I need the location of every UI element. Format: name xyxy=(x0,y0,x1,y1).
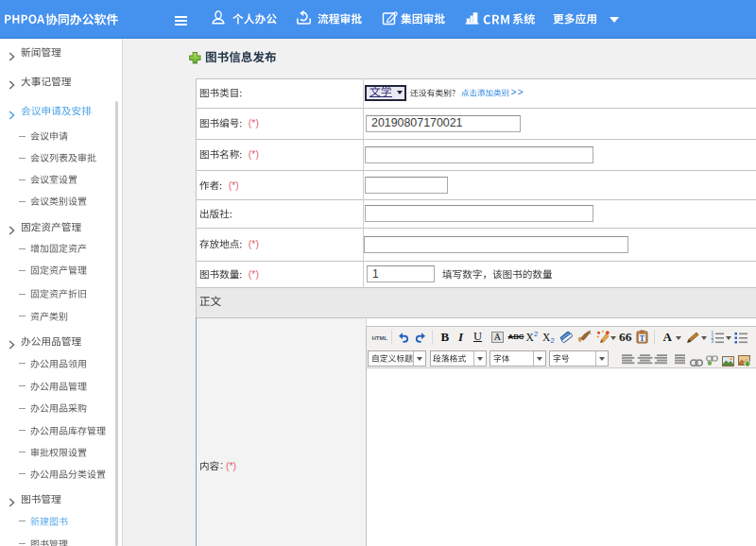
svg-text:T: T xyxy=(639,334,644,343)
svg-text:3: 3 xyxy=(712,339,714,344)
